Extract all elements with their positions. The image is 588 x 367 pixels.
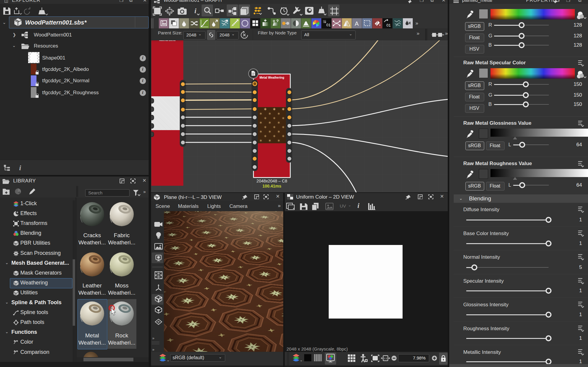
svg-text:A: A	[355, 20, 359, 27]
svg-text:i: i	[194, 7, 196, 15]
svg-text:1:1: 1:1	[168, 10, 172, 13]
svg-text:1:1: 1:1	[384, 357, 387, 360]
svg-text:01: 01	[326, 23, 330, 27]
svg-text:01: 01	[386, 23, 391, 28]
